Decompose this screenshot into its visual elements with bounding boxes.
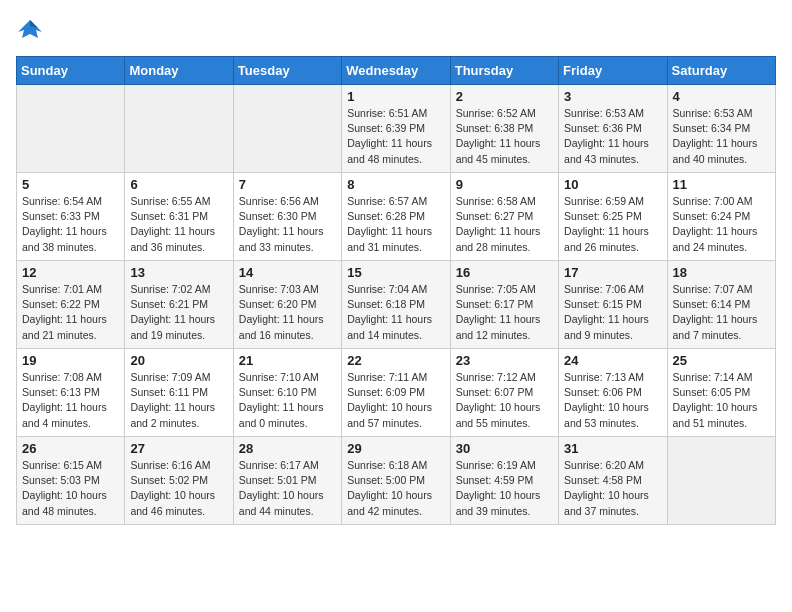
calendar-cell: 30Sunrise: 6:19 AM Sunset: 4:59 PM Dayli… [450, 437, 558, 525]
cell-content: Sunrise: 7:13 AM Sunset: 6:06 PM Dayligh… [564, 370, 661, 431]
cell-content: Sunrise: 7:05 AM Sunset: 6:17 PM Dayligh… [456, 282, 553, 343]
day-number: 26 [22, 441, 119, 456]
cell-content: Sunrise: 7:02 AM Sunset: 6:21 PM Dayligh… [130, 282, 227, 343]
calendar-cell: 14Sunrise: 7:03 AM Sunset: 6:20 PM Dayli… [233, 261, 341, 349]
calendar-cell: 24Sunrise: 7:13 AM Sunset: 6:06 PM Dayli… [559, 349, 667, 437]
cell-content: Sunrise: 6:56 AM Sunset: 6:30 PM Dayligh… [239, 194, 336, 255]
day-number: 29 [347, 441, 444, 456]
day-number: 8 [347, 177, 444, 192]
day-number: 16 [456, 265, 553, 280]
calendar-cell: 13Sunrise: 7:02 AM Sunset: 6:21 PM Dayli… [125, 261, 233, 349]
day-number: 11 [673, 177, 770, 192]
cell-content: Sunrise: 7:11 AM Sunset: 6:09 PM Dayligh… [347, 370, 444, 431]
calendar-cell: 21Sunrise: 7:10 AM Sunset: 6:10 PM Dayli… [233, 349, 341, 437]
calendar-cell: 22Sunrise: 7:11 AM Sunset: 6:09 PM Dayli… [342, 349, 450, 437]
calendar-cell: 15Sunrise: 7:04 AM Sunset: 6:18 PM Dayli… [342, 261, 450, 349]
day-number: 17 [564, 265, 661, 280]
calendar-cell: 29Sunrise: 6:18 AM Sunset: 5:00 PM Dayli… [342, 437, 450, 525]
day-number: 6 [130, 177, 227, 192]
day-number: 30 [456, 441, 553, 456]
weekday-header: Thursday [450, 57, 558, 85]
logo [16, 16, 48, 44]
cell-content: Sunrise: 7:00 AM Sunset: 6:24 PM Dayligh… [673, 194, 770, 255]
day-number: 4 [673, 89, 770, 104]
calendar-cell [125, 85, 233, 173]
cell-content: Sunrise: 6:54 AM Sunset: 6:33 PM Dayligh… [22, 194, 119, 255]
day-number: 7 [239, 177, 336, 192]
cell-content: Sunrise: 6:16 AM Sunset: 5:02 PM Dayligh… [130, 458, 227, 519]
calendar-cell: 25Sunrise: 7:14 AM Sunset: 6:05 PM Dayli… [667, 349, 775, 437]
calendar-cell: 16Sunrise: 7:05 AM Sunset: 6:17 PM Dayli… [450, 261, 558, 349]
cell-content: Sunrise: 7:12 AM Sunset: 6:07 PM Dayligh… [456, 370, 553, 431]
calendar-cell: 3Sunrise: 6:53 AM Sunset: 6:36 PM Daylig… [559, 85, 667, 173]
weekday-header: Saturday [667, 57, 775, 85]
cell-content: Sunrise: 6:20 AM Sunset: 4:58 PM Dayligh… [564, 458, 661, 519]
cell-content: Sunrise: 6:15 AM Sunset: 5:03 PM Dayligh… [22, 458, 119, 519]
calendar-cell [667, 437, 775, 525]
cell-content: Sunrise: 6:52 AM Sunset: 6:38 PM Dayligh… [456, 106, 553, 167]
calendar-cell: 6Sunrise: 6:55 AM Sunset: 6:31 PM Daylig… [125, 173, 233, 261]
day-number: 27 [130, 441, 227, 456]
calendar-cell: 23Sunrise: 7:12 AM Sunset: 6:07 PM Dayli… [450, 349, 558, 437]
calendar-cell: 28Sunrise: 6:17 AM Sunset: 5:01 PM Dayli… [233, 437, 341, 525]
cell-content: Sunrise: 6:51 AM Sunset: 6:39 PM Dayligh… [347, 106, 444, 167]
day-number: 19 [22, 353, 119, 368]
day-number: 13 [130, 265, 227, 280]
calendar-cell: 26Sunrise: 6:15 AM Sunset: 5:03 PM Dayli… [17, 437, 125, 525]
day-number: 23 [456, 353, 553, 368]
calendar-cell: 1Sunrise: 6:51 AM Sunset: 6:39 PM Daylig… [342, 85, 450, 173]
calendar-cell: 31Sunrise: 6:20 AM Sunset: 4:58 PM Dayli… [559, 437, 667, 525]
day-number: 22 [347, 353, 444, 368]
day-number: 25 [673, 353, 770, 368]
calendar-cell: 20Sunrise: 7:09 AM Sunset: 6:11 PM Dayli… [125, 349, 233, 437]
cell-content: Sunrise: 6:55 AM Sunset: 6:31 PM Dayligh… [130, 194, 227, 255]
calendar-cell: 5Sunrise: 6:54 AM Sunset: 6:33 PM Daylig… [17, 173, 125, 261]
cell-content: Sunrise: 7:09 AM Sunset: 6:11 PM Dayligh… [130, 370, 227, 431]
calendar-cell: 9Sunrise: 6:58 AM Sunset: 6:27 PM Daylig… [450, 173, 558, 261]
calendar-cell: 12Sunrise: 7:01 AM Sunset: 6:22 PM Dayli… [17, 261, 125, 349]
day-number: 21 [239, 353, 336, 368]
cell-content: Sunrise: 6:57 AM Sunset: 6:28 PM Dayligh… [347, 194, 444, 255]
calendar-cell: 8Sunrise: 6:57 AM Sunset: 6:28 PM Daylig… [342, 173, 450, 261]
day-number: 3 [564, 89, 661, 104]
calendar-cell: 4Sunrise: 6:53 AM Sunset: 6:34 PM Daylig… [667, 85, 775, 173]
cell-content: Sunrise: 7:03 AM Sunset: 6:20 PM Dayligh… [239, 282, 336, 343]
day-number: 1 [347, 89, 444, 104]
cell-content: Sunrise: 6:58 AM Sunset: 6:27 PM Dayligh… [456, 194, 553, 255]
day-number: 9 [456, 177, 553, 192]
calendar-cell [17, 85, 125, 173]
day-number: 24 [564, 353, 661, 368]
calendar-cell: 11Sunrise: 7:00 AM Sunset: 6:24 PM Dayli… [667, 173, 775, 261]
cell-content: Sunrise: 7:14 AM Sunset: 6:05 PM Dayligh… [673, 370, 770, 431]
day-number: 12 [22, 265, 119, 280]
page-header [16, 16, 776, 44]
calendar-table: SundayMondayTuesdayWednesdayThursdayFrid… [16, 56, 776, 525]
cell-content: Sunrise: 7:04 AM Sunset: 6:18 PM Dayligh… [347, 282, 444, 343]
calendar-cell: 17Sunrise: 7:06 AM Sunset: 6:15 PM Dayli… [559, 261, 667, 349]
cell-content: Sunrise: 6:18 AM Sunset: 5:00 PM Dayligh… [347, 458, 444, 519]
cell-content: Sunrise: 7:08 AM Sunset: 6:13 PM Dayligh… [22, 370, 119, 431]
cell-content: Sunrise: 7:06 AM Sunset: 6:15 PM Dayligh… [564, 282, 661, 343]
cell-content: Sunrise: 7:10 AM Sunset: 6:10 PM Dayligh… [239, 370, 336, 431]
day-number: 2 [456, 89, 553, 104]
weekday-header: Sunday [17, 57, 125, 85]
logo-icon [16, 16, 44, 44]
day-number: 5 [22, 177, 119, 192]
calendar-cell: 18Sunrise: 7:07 AM Sunset: 6:14 PM Dayli… [667, 261, 775, 349]
day-number: 15 [347, 265, 444, 280]
cell-content: Sunrise: 6:53 AM Sunset: 6:34 PM Dayligh… [673, 106, 770, 167]
weekday-header: Tuesday [233, 57, 341, 85]
weekday-header: Wednesday [342, 57, 450, 85]
day-number: 28 [239, 441, 336, 456]
calendar-cell: 19Sunrise: 7:08 AM Sunset: 6:13 PM Dayli… [17, 349, 125, 437]
day-number: 31 [564, 441, 661, 456]
cell-content: Sunrise: 7:01 AM Sunset: 6:22 PM Dayligh… [22, 282, 119, 343]
cell-content: Sunrise: 6:17 AM Sunset: 5:01 PM Dayligh… [239, 458, 336, 519]
day-number: 20 [130, 353, 227, 368]
calendar-cell: 7Sunrise: 6:56 AM Sunset: 6:30 PM Daylig… [233, 173, 341, 261]
cell-content: Sunrise: 7:07 AM Sunset: 6:14 PM Dayligh… [673, 282, 770, 343]
day-number: 18 [673, 265, 770, 280]
cell-content: Sunrise: 6:19 AM Sunset: 4:59 PM Dayligh… [456, 458, 553, 519]
weekday-header: Friday [559, 57, 667, 85]
calendar-header: SundayMondayTuesdayWednesdayThursdayFrid… [17, 57, 776, 85]
